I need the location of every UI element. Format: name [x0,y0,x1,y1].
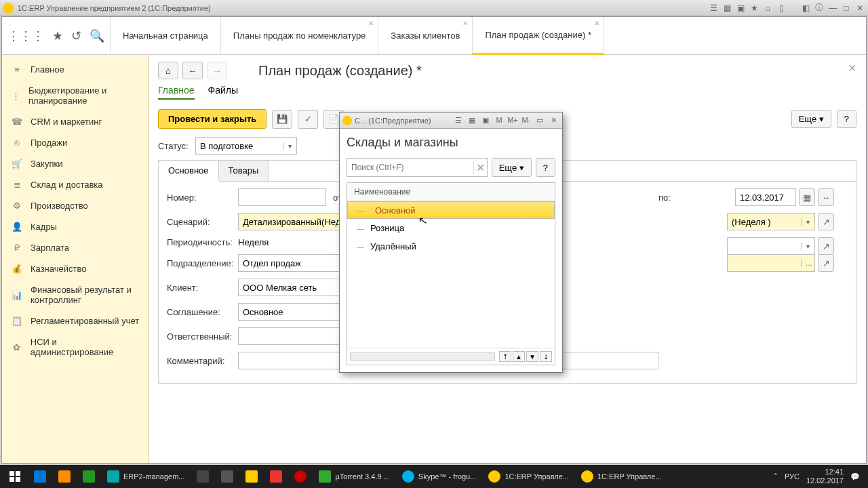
tray-clock[interactable]: 12:41 12.02.2017 [806,468,844,485]
sidebar-item-production[interactable]: ⚙Производство [2,195,148,216]
form-tab-main[interactable]: Основное [159,161,219,182]
post-and-close-button[interactable]: Провести и закрыть [158,109,267,129]
tray-lang[interactable]: РУС [785,472,800,481]
post-button[interactable]: ✓ [298,110,318,129]
titlebar-btn[interactable]: ▣ [735,3,746,14]
taskbar-item[interactable] [77,466,100,487]
sidebar-item-sales[interactable]: ⎋Продажи [2,132,148,153]
sidebar-item-admin[interactable]: ✿НСИ и администрирование [2,331,148,363]
close-icon[interactable]: ✕ [854,3,865,14]
sidebar-item-finance[interactable]: 📊Финансовый результат и контроллинг [2,279,148,310]
sidebar-item-budgeting[interactable]: ⋮Бюджетирование и планирование [2,80,148,111]
taskbar-item[interactable] [28,466,52,487]
popup-search-input[interactable] [347,163,473,172]
content-close-icon[interactable]: ✕ [848,62,856,75]
tab-orders[interactable]: Заказы клиентов✕ [378,17,473,54]
nav-last-icon[interactable]: ⤓ [540,351,552,362]
save-button[interactable]: 💾 [272,110,292,129]
sidebar-item-main[interactable]: ≡Главное [2,59,148,80]
popup-tb-btn[interactable]: M+ [507,115,519,125]
right-select-3[interactable]: … [727,254,815,272]
ellipsis-icon[interactable]: … [801,260,814,267]
sidebar-item-regulated[interactable]: 📋Регламентированный учет [2,310,148,331]
sidebar-item-treasury[interactable]: 💰Казначейство [2,258,148,279]
popup-hscrollbar[interactable] [350,352,495,361]
tray-notifications-icon[interactable]: 💬 [850,472,860,481]
sidebar-item-warehouse[interactable]: ≣Склад и доставка [2,174,148,195]
history-icon[interactable]: ↺ [71,28,81,43]
taskbar-item[interactable] [264,466,288,487]
popup-tb-btn[interactable]: M [493,115,505,125]
open-icon[interactable]: ↗ [818,213,834,230]
more-button[interactable]: Еще ▾ [791,110,831,128]
calendar-icon[interactable]: ▦ [799,188,815,206]
chevron-down-icon[interactable]: ▾ [801,218,814,226]
sidebar-item-hr[interactable]: 👤Кадры [2,216,148,237]
scenario-right-select[interactable]: (Неделя ) ▾ [727,213,815,230]
number-input[interactable] [238,188,326,206]
taskbar-item[interactable] [240,466,263,487]
maximize-icon[interactable]: □ [841,3,852,14]
chevron-down-icon[interactable]: ▾ [283,142,296,150]
popup-tb-btn[interactable]: ▣ [479,115,492,125]
to-date-input[interactable] [735,188,796,206]
tab-close-icon[interactable]: ✕ [594,20,599,27]
taskbar-item[interactable] [289,466,312,487]
clear-search-icon[interactable]: ✕ [473,161,487,174]
tray-up-icon[interactable]: ˄ [774,472,778,481]
popup-item-roznitsa[interactable]: Розница [347,219,555,237]
popup-tb-btn[interactable]: ☰ [452,115,465,125]
taskbar-item-skype[interactable]: Skype™ - frogu... [397,466,482,487]
open-icon[interactable]: ↗ [818,254,834,272]
popup-item-osnovnoy[interactable]: Основной [347,201,555,219]
taskbar-item-1c-1[interactable]: 1С:ERP Управле... [483,466,574,487]
open-icon[interactable]: ↗ [818,237,834,255]
sidebar-item-crm[interactable]: ☎CRM и маркетинг [2,111,148,132]
taskbar-item[interactable] [53,466,76,487]
form-tab-goods[interactable]: Товары [219,161,269,181]
help-button[interactable]: ? [837,110,856,128]
popup-more-button[interactable]: Еще ▾ [492,158,532,177]
nav-forward-button[interactable]: → [207,62,227,79]
titlebar-info-icon[interactable]: ⓘ [814,3,825,14]
start-button[interactable] [3,466,27,487]
taskbar-item-1c-2[interactable]: 1С:ERP Управле... [576,466,667,487]
titlebar-btn[interactable]: ⌂ [762,3,773,14]
tab-home[interactable]: Начальная страница [111,17,221,54]
sync-icon[interactable]: ↔ [818,188,834,206]
sidebar-item-salary[interactable]: ₽Зарплата [2,237,148,258]
apps-grid-icon[interactable]: ⋮⋮⋮ [7,28,44,43]
popup-close-icon[interactable]: ✕ [547,115,559,125]
taskbar-item[interactable] [216,466,239,487]
search-icon[interactable]: 🔍 [90,28,104,43]
tab-close-icon[interactable]: ✕ [462,20,468,27]
tab-close-icon[interactable]: ✕ [368,20,374,27]
popup-tb-btn[interactable]: ▦ [466,115,478,125]
favorite-star-icon[interactable]: ★ [52,28,63,43]
popup-tb-btn[interactable]: M- [520,115,532,125]
titlebar-split-icon[interactable]: ◧ [800,3,811,14]
tab-plans-nomenclature[interactable]: Планы продаж по номенклатуре✕ [221,17,379,54]
subtab-files[interactable]: Файлы [208,85,238,100]
nav-up-icon[interactable]: ▲ [513,351,525,362]
subtab-main[interactable]: Главное [158,85,195,100]
popup-help-button[interactable]: ? [536,158,555,177]
titlebar-btn[interactable]: ▯ [776,3,787,14]
nav-home-button[interactable]: ⌂ [158,62,178,79]
taskbar-item-utorrent[interactable]: µTorrent 3.4.9 ... [313,466,395,487]
right-select-2[interactable]: ▾ [727,237,815,255]
nav-first-icon[interactable]: ⤒ [499,351,511,362]
status-select[interactable]: В подготовке ▾ [195,137,297,155]
titlebar-btn[interactable]: ★ [749,3,760,14]
titlebar-btn[interactable]: ☰ [708,3,719,14]
nav-down-icon[interactable]: ▼ [526,351,538,362]
sidebar-item-purchases[interactable]: 🛒Закупки [2,153,148,174]
popup-item-udalenny[interactable]: Удалённый [347,237,555,256]
nav-back-button[interactable]: ← [182,62,203,79]
minimize-icon[interactable]: — [827,3,838,14]
taskbar-item-erp2[interactable]: ERP2-managem... [102,466,190,487]
titlebar-btn[interactable]: ▦ [722,3,732,14]
taskbar-item[interactable] [191,466,214,487]
chevron-down-icon[interactable]: ▾ [801,243,814,250]
tab-sales-plan-new[interactable]: План продаж (создание) *✕ [473,17,604,55]
